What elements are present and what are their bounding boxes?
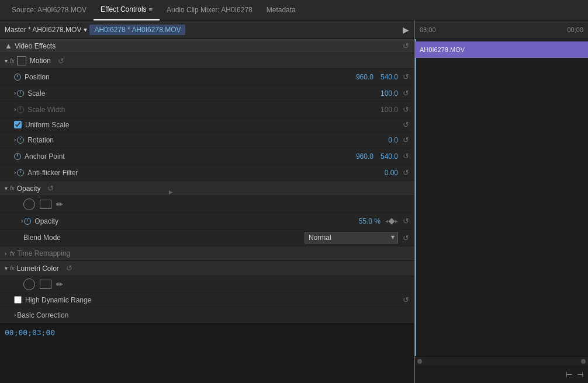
- play-button[interactable]: ▶: [403, 25, 409, 34]
- right-panel-expand-icon[interactable]: ▸: [169, 187, 173, 196]
- time-remapping-fx-badge: fx: [10, 250, 15, 257]
- tab-effect-controls[interactable]: Effect Controls ≡: [94, 0, 160, 20]
- timeline-playhead[interactable]: [415, 39, 416, 356]
- opacity-label: Opacity: [34, 217, 58, 225]
- high-dynamic-range-label[interactable]: High Dynamic Range: [14, 296, 91, 304]
- scale-reset-icon[interactable]: ↺: [403, 89, 409, 98]
- anti-flicker-value[interactable]: 0.00: [385, 169, 398, 177]
- add-keyframe-button[interactable]: [388, 218, 395, 224]
- opacity-tools-row: ✏: [0, 196, 414, 213]
- position-y[interactable]: 540.0: [381, 73, 398, 81]
- position-x[interactable]: 960.0: [356, 73, 373, 81]
- position-reset-icon[interactable]: ↺: [403, 72, 409, 81]
- scrollbar-start-dot: [417, 359, 422, 364]
- time-remapping-expand-icon[interactable]: ›: [5, 250, 6, 257]
- video-effects-header: ▲ Video Effects ↺: [0, 39, 414, 53]
- lumetri-collapse-icon[interactable]: ▾: [5, 265, 8, 271]
- scale-row: › Scale 100.0 ↺: [0, 85, 414, 102]
- rotation-stopwatch-icon[interactable]: [17, 137, 24, 144]
- tab-audio-clip-mixer[interactable]: Audio Clip Mixer: AH0I6278: [160, 0, 260, 20]
- scale-width-stopwatch-icon[interactable]: [17, 106, 24, 113]
- clip-label[interactable]: AH0I6278 * AH0I6278.MOV: [89, 25, 185, 35]
- timeline-body[interactable]: AH0I6278.MOV: [415, 39, 588, 356]
- tab-menu-icon[interactable]: ≡: [149, 6, 153, 13]
- scale-expand-icon[interactable]: ›: [14, 90, 16, 96]
- rotation-value[interactable]: 0.0: [388, 136, 398, 144]
- timeline-scrollbar[interactable]: [415, 356, 588, 365]
- left-panel: Master * AH0I6278.MOV ▾ AH0I6278 * AH0I6…: [0, 20, 415, 383]
- position-label: Position: [25, 73, 50, 81]
- rotation-reset-icon[interactable]: ↺: [403, 135, 409, 144]
- lumetri-ellipse-tool-icon[interactable]: [23, 278, 35, 290]
- timeline-ctrl-btn-1[interactable]: ⊢: [566, 370, 572, 379]
- lumetri-color-effect-group: ▾ fx Lumetri Color ↺ ✏ High Dynamic Rang…: [0, 261, 414, 323]
- scale-width-label: Scale Width: [27, 106, 65, 114]
- scrollbar-end-dot: [581, 359, 586, 364]
- time-remapping-effect-name: Time Remapping: [17, 249, 70, 257]
- motion-effect-name: Motion: [30, 57, 51, 65]
- collapse-video-effects-icon[interactable]: ▲: [5, 41, 12, 50]
- basic-correction-row: › Basic Correction: [0, 307, 414, 323]
- opacity-value[interactable]: 55.0 %: [359, 217, 381, 225]
- anti-flicker-expand-icon[interactable]: ›: [14, 169, 16, 176]
- motion-collapse-icon[interactable]: ▾: [5, 58, 8, 64]
- opacity-effect-name: Opacity: [17, 184, 41, 193]
- position-stopwatch-icon[interactable]: [14, 74, 21, 81]
- motion-reset-icon[interactable]: ↺: [58, 57, 64, 65]
- opacity-rect-tool-icon[interactable]: [40, 200, 51, 209]
- tab-metadata[interactable]: Metadata: [260, 0, 303, 20]
- anchor-point-row: Anchor Point 960.0 540.0 ↺: [0, 148, 414, 165]
- rotation-expand-icon[interactable]: ›: [14, 137, 16, 143]
- blend-mode-reset-icon[interactable]: ↺: [403, 234, 409, 242]
- opacity-pen-tool-icon[interactable]: ✏: [56, 200, 63, 209]
- high-dynamic-range-reset-icon[interactable]: ↺: [403, 295, 409, 304]
- uniform-scale-text: Uniform Scale: [25, 121, 69, 129]
- time-remapping-effect-group: › fx Time Remapping: [0, 246, 414, 261]
- scale-width-expand-icon[interactable]: ›: [14, 106, 16, 113]
- lumetri-rect-tool-icon[interactable]: [40, 280, 51, 289]
- rotation-label: Rotation: [27, 136, 54, 144]
- opacity-prop-reset-icon[interactable]: ↺: [403, 217, 409, 225]
- scale-value[interactable]: 100.0: [381, 89, 398, 98]
- opacity-stopwatch-icon[interactable]: [24, 218, 31, 225]
- scale-width-reset-icon[interactable]: ↺: [403, 105, 409, 114]
- timeline-clip[interactable]: AH0I6278.MOV: [415, 41, 588, 58]
- anti-flicker-reset-icon[interactable]: ↺: [403, 168, 409, 177]
- anti-flicker-stopwatch-icon[interactable]: [17, 169, 24, 176]
- opacity-reset-icon[interactable]: ↺: [47, 184, 54, 193]
- high-dynamic-range-checkbox[interactable]: [14, 296, 22, 304]
- anchor-point-y[interactable]: 540.0: [381, 152, 398, 161]
- opacity-collapse-icon[interactable]: ▾: [5, 185, 8, 192]
- opacity-expand-icon[interactable]: ›: [21, 218, 23, 224]
- scale-width-value: 100.0: [381, 106, 398, 114]
- timeline-time-start: 03;00: [420, 26, 436, 33]
- uniform-scale-checkbox[interactable]: [14, 121, 22, 128]
- lumetri-pen-tool-icon[interactable]: ✏: [56, 280, 63, 289]
- basic-correction-expand-icon[interactable]: ›: [14, 312, 16, 318]
- scale-label: Scale: [27, 89, 45, 98]
- bottom-bar: 00;00;03;00: [0, 323, 414, 341]
- reset-video-effects-icon[interactable]: ↺: [403, 41, 409, 50]
- anchor-point-stopwatch-icon[interactable]: [14, 153, 21, 160]
- lumetri-effect-name: Lumetri Color: [17, 264, 59, 273]
- tab-source[interactable]: Source: AH0I6278.MOV: [5, 0, 94, 20]
- timeline-ctrl-btn-2[interactable]: ⊣: [577, 370, 583, 379]
- uniform-scale-reset-icon[interactable]: ↺: [403, 120, 409, 129]
- opacity-ellipse-tool-icon[interactable]: [23, 199, 35, 210]
- scale-stopwatch-icon[interactable]: [17, 90, 24, 97]
- right-panel: 03;00 00;00 AH0I6278.MOV ▸ ⊢ ⊣: [415, 20, 588, 383]
- anchor-point-x[interactable]: 960.0: [356, 152, 373, 161]
- position-values: 960.0 540.0: [356, 73, 398, 81]
- uniform-scale-label[interactable]: Uniform Scale: [14, 121, 69, 129]
- position-row: Position 960.0 540.0 ↺: [0, 69, 414, 85]
- blend-mode-select[interactable]: Normal Dissolve Multiply Screen Overlay: [305, 232, 398, 243]
- uniform-scale-row: Uniform Scale ↺: [0, 118, 414, 132]
- master-dropdown[interactable]: ▾: [84, 26, 87, 34]
- timeline-clip-label: AH0I6278.MOV: [420, 46, 465, 53]
- lumetri-fx-badge: fx: [10, 265, 15, 271]
- motion-fx-badge: fx: [10, 58, 15, 64]
- next-keyframe-button[interactable]: ▸: [395, 218, 398, 224]
- anchor-point-reset-icon[interactable]: ↺: [403, 152, 409, 161]
- anchor-point-values: 960.0 540.0: [356, 152, 398, 161]
- lumetri-reset-icon[interactable]: ↺: [66, 264, 72, 273]
